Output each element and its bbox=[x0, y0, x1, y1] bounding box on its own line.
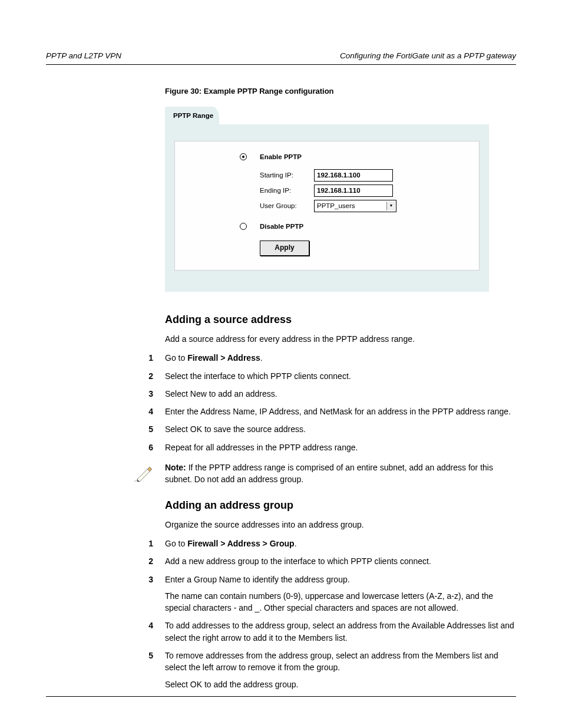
section-heading-source-address: Adding a source address bbox=[165, 312, 516, 327]
step-text: Enter a Group Name to identify the addre… bbox=[165, 574, 516, 614]
step-text: Select OK to save the source address. bbox=[165, 423, 516, 435]
header-rule bbox=[46, 64, 516, 65]
step-number: 6 bbox=[140, 442, 165, 453]
screenshot-inner: Enable PPTP Starting IP: 192.168.1.100 E… bbox=[174, 141, 480, 271]
section-intro-2: Organize the source addresses into an ad… bbox=[165, 519, 516, 531]
step-number: 3 bbox=[140, 574, 165, 614]
chevron-down-icon: ▼ bbox=[386, 202, 395, 210]
step-number: 1 bbox=[140, 352, 165, 364]
step-number: 2 bbox=[140, 555, 165, 567]
step-text: To add addresses to the address group, s… bbox=[165, 620, 516, 644]
step-text: Select New to add an address. bbox=[165, 388, 516, 400]
disable-pptp-label: Disable PPTP bbox=[260, 222, 303, 232]
note-block: Note: If the PPTP address range is compr… bbox=[134, 462, 516, 486]
user-group-select[interactable]: PPTP_users ▼ bbox=[314, 200, 396, 212]
section-intro-1: Add a source address for every address i… bbox=[165, 333, 516, 345]
step-number: 4 bbox=[140, 620, 165, 644]
step-number: 1 bbox=[140, 538, 165, 549]
ordered-list-1: 1 Go to Firewall > Address. 2 Select the… bbox=[140, 352, 516, 453]
step-text: Add a new address group to the interface… bbox=[165, 555, 516, 567]
radio-disable-pptp[interactable] bbox=[240, 223, 247, 230]
apply-button[interactable]: Apply bbox=[260, 241, 309, 255]
user-group-label: User Group: bbox=[260, 201, 314, 211]
starting-ip-label: Starting IP: bbox=[260, 170, 314, 180]
step-text: Repeat for all addresses in the PPTP add… bbox=[165, 442, 516, 453]
user-group-value: PPTP_users bbox=[317, 201, 355, 211]
step-text: Enter the Address Name, IP Address, and … bbox=[165, 406, 516, 417]
step-number: 4 bbox=[140, 406, 165, 417]
step-number: 5 bbox=[140, 650, 165, 690]
step-number: 2 bbox=[140, 370, 165, 382]
ending-ip-input[interactable]: 192.168.1.110 bbox=[314, 185, 393, 197]
starting-ip-input[interactable]: 192.168.1.100 bbox=[314, 169, 393, 182]
ordered-list-2: 1 Go to Firewall > Address > Group. 2 Ad… bbox=[140, 538, 516, 690]
step-text: Go to Firewall > Address. bbox=[165, 352, 516, 364]
header-right: Configuring the FortiGate unit as a PPTP… bbox=[340, 50, 516, 62]
figure-caption: Figure 30: Example PPTP Range configurat… bbox=[165, 86, 516, 97]
footer-rule bbox=[46, 696, 516, 697]
note-text: Note: If the PPTP address range is compr… bbox=[165, 462, 516, 486]
step-number: 5 bbox=[140, 423, 165, 435]
step-number: 3 bbox=[140, 388, 165, 400]
note-pencil-icon bbox=[134, 462, 156, 483]
page-number: 209 bbox=[497, 725, 516, 728]
step-text: Select the interface to which PPTP clien… bbox=[165, 370, 516, 382]
ending-ip-label: Ending IP: bbox=[260, 186, 314, 196]
header-left: PPTP and L2TP VPN bbox=[46, 50, 121, 62]
enable-pptp-label: Enable PPTP bbox=[260, 152, 302, 162]
step-text: To remove addresses from the address gro… bbox=[165, 650, 516, 690]
tab-pptp-range[interactable]: PPTP Range bbox=[165, 107, 219, 125]
figure-screenshot: PPTP Range Enable PPTP Starting IP: 192.… bbox=[165, 106, 489, 291]
radio-enable-pptp[interactable] bbox=[240, 153, 247, 160]
screenshot-panel: Enable PPTP Starting IP: 192.168.1.100 E… bbox=[165, 124, 489, 292]
step-text: Go to Firewall > Address > Group. bbox=[165, 538, 516, 549]
section-heading-address-group: Adding an address group bbox=[165, 498, 516, 513]
